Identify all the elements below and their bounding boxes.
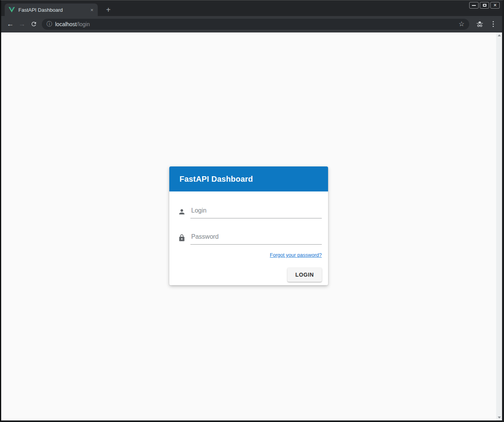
kebab-menu-icon[interactable] xyxy=(488,18,498,30)
forward-button[interactable]: → xyxy=(16,18,28,30)
login-button[interactable]: LOGIN xyxy=(287,268,322,282)
tab-fastapi-dashboard[interactable]: FastAPI Dashboard × xyxy=(5,4,98,16)
address-bar[interactable]: ⓘ localhost/login ☆ xyxy=(42,19,469,30)
maximize-button[interactable] xyxy=(480,2,489,9)
login-card-header: FastAPI Dashboard xyxy=(169,166,328,191)
tab-close-icon[interactable]: × xyxy=(88,6,95,13)
login-card-body: Forgot your password? LOGIN xyxy=(169,191,328,285)
browser-toolbar: ← → ⓘ localhost/login ☆ xyxy=(1,16,502,32)
password-input[interactable] xyxy=(190,233,322,245)
info-circle-icon[interactable]: ⓘ xyxy=(47,21,52,28)
reload-button[interactable] xyxy=(28,18,39,30)
login-card: FastAPI Dashboard xyxy=(169,166,328,285)
lock-icon xyxy=(178,234,186,242)
card-actions: LOGIN xyxy=(178,268,322,282)
maximize-icon xyxy=(483,4,486,7)
forgot-password-link[interactable]: Forgot your password? xyxy=(270,252,322,258)
minimize-button[interactable] xyxy=(469,2,479,9)
password-field-row xyxy=(178,233,322,245)
page-content: FastAPI Dashboard xyxy=(1,32,502,420)
login-field-row xyxy=(178,207,322,218)
scrollbar-down-icon[interactable] xyxy=(498,417,501,418)
forgot-password-row: Forgot your password? xyxy=(178,251,322,258)
scrollbar-up-icon[interactable] xyxy=(498,34,501,36)
incognito-icon xyxy=(475,20,485,28)
close-button[interactable]: ✕ xyxy=(490,2,500,9)
login-page: FastAPI Dashboard xyxy=(1,32,496,420)
star-outline-icon[interactable]: ☆ xyxy=(456,20,467,28)
reload-icon xyxy=(30,21,37,27)
login-input[interactable] xyxy=(190,207,322,218)
page-scrollbar[interactable] xyxy=(496,32,502,420)
new-tab-button[interactable]: + xyxy=(103,4,114,15)
back-button[interactable]: ← xyxy=(4,18,16,30)
tab-title: FastAPI Dashboard xyxy=(18,7,88,13)
minimize-icon xyxy=(472,5,476,6)
url-host: localhost xyxy=(55,21,77,27)
url-text[interactable]: localhost/login xyxy=(55,21,90,27)
login-card-title: FastAPI Dashboard xyxy=(179,175,253,184)
window-controls: ✕ xyxy=(469,2,500,9)
url-path: /login xyxy=(77,21,90,27)
person-icon xyxy=(178,208,186,216)
browser-window: FastAPI Dashboard × + ✕ ← → ⓘ localhost/… xyxy=(0,0,504,422)
vue-logo-icon xyxy=(9,7,15,13)
tab-strip: FastAPI Dashboard × + ✕ xyxy=(1,0,502,16)
